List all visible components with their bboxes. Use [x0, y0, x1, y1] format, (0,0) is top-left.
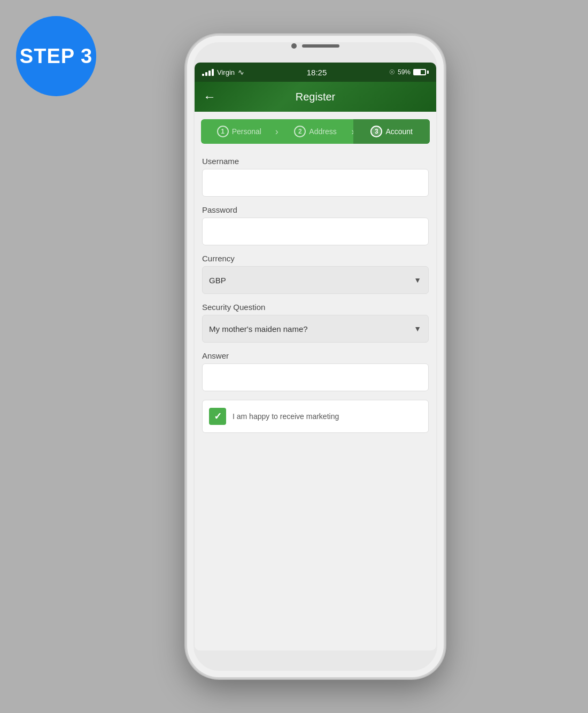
security-question-select-wrapper: My mother's maiden name? My first pet's …	[202, 315, 429, 343]
step-circle-3: 3	[370, 126, 382, 137]
phone-screen: Virgin ∿ 18:25 ☉ 59% ← Register	[195, 63, 436, 650]
step-item-account[interactable]: 3 Account	[353, 119, 430, 144]
security-question-label: Security Question	[202, 303, 429, 312]
security-question-select[interactable]: My mother's maiden name? My first pet's …	[202, 315, 429, 343]
phone-top-hardware	[291, 43, 339, 49]
username-input[interactable]	[202, 169, 429, 197]
step-item-address[interactable]: 2 Address ›	[277, 119, 354, 144]
battery-icon	[413, 69, 429, 75]
step-circle-1: 1	[217, 126, 229, 137]
currency-select-wrapper: GBP USD EUR ▼	[202, 266, 429, 294]
camera-dot	[291, 43, 297, 49]
status-left: Virgin ∿	[202, 68, 244, 76]
username-label: Username	[202, 157, 429, 166]
phone-frame: Virgin ∿ 18:25 ☉ 59% ← Register	[187, 36, 444, 677]
carrier-name: Virgin	[217, 68, 235, 76]
username-group: Username	[202, 157, 429, 197]
signal-bar-4	[212, 69, 214, 76]
signal-bars	[202, 69, 214, 76]
wifi-icon: ∿	[238, 68, 244, 76]
battery-tip	[427, 71, 429, 74]
step-label-address: Address	[309, 127, 336, 136]
signal-bar-1	[202, 74, 204, 76]
status-time: 18:25	[307, 68, 327, 77]
currency-group: Currency GBP USD EUR ▼	[202, 254, 429, 294]
status-right: ☉ 59%	[389, 68, 429, 76]
step-badge-label: STEP 3	[20, 45, 92, 68]
password-input[interactable]	[202, 218, 429, 245]
battery-body	[413, 69, 426, 75]
step-badge: STEP 3	[16, 16, 96, 96]
form-area: Username Password Currency GBP USD EUR ▼	[195, 151, 436, 650]
step-label-account: Account	[385, 127, 413, 136]
step-progress: 1 Personal › 2 Address › 3 Account	[201, 119, 430, 144]
answer-group: Answer	[202, 351, 429, 391]
speaker-bar	[302, 44, 339, 48]
signal-bar-2	[205, 72, 207, 76]
marketing-group: ✓ I am happy to receive marketing	[202, 400, 429, 433]
marketing-checkbox[interactable]: ✓	[209, 408, 226, 425]
check-icon: ✓	[214, 410, 222, 422]
answer-label: Answer	[202, 351, 429, 360]
back-button[interactable]: ←	[203, 89, 216, 104]
battery-percent: 59%	[398, 68, 411, 76]
answer-input[interactable]	[202, 363, 429, 391]
app-header: ← Register	[195, 82, 436, 112]
currency-select[interactable]: GBP USD EUR	[202, 266, 429, 294]
location-icon: ☉	[389, 68, 395, 76]
signal-bar-3	[208, 71, 211, 76]
password-group: Password	[202, 205, 429, 245]
step-circle-2: 2	[294, 126, 306, 137]
step-label-personal: Personal	[232, 127, 261, 136]
marketing-label: I am happy to receive marketing	[233, 412, 339, 421]
security-question-group: Security Question My mother's maiden nam…	[202, 303, 429, 343]
marketing-row[interactable]: ✓ I am happy to receive marketing	[202, 400, 429, 433]
step-item-personal[interactable]: 1 Personal ›	[201, 119, 277, 144]
password-label: Password	[202, 205, 429, 214]
currency-label: Currency	[202, 254, 429, 263]
battery-fill	[414, 70, 421, 74]
header-title: Register	[296, 91, 335, 103]
status-bar: Virgin ∿ 18:25 ☉ 59%	[195, 63, 436, 82]
